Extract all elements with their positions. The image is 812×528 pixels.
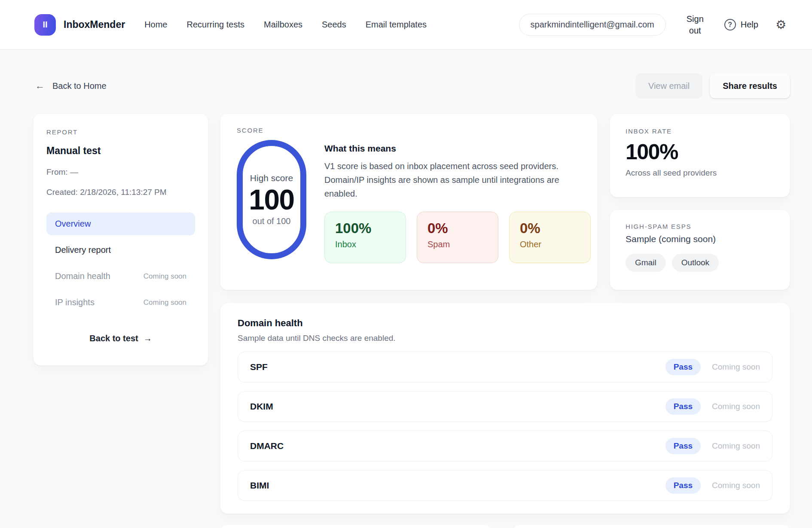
domain-health-row-dkim: DKIM Pass Coming soon bbox=[238, 391, 772, 422]
check-note: Coming soon bbox=[712, 441, 760, 451]
domain-health-title: Domain health bbox=[238, 318, 772, 329]
inbox-rate-card: INBOX RATE 100% Across all seed provider… bbox=[610, 113, 790, 197]
stat-label: Spam bbox=[427, 240, 488, 249]
stat-other: 0% Other bbox=[509, 212, 591, 263]
sidebar-item-label: Domain health bbox=[55, 271, 110, 281]
sidebar-item-delivery-report[interactable]: Delivery report bbox=[46, 239, 195, 261]
stat-inbox: 100% Inbox bbox=[324, 212, 406, 263]
placement-stats: 100% Inbox 0% Spam 0% Other bbox=[324, 212, 591, 263]
partial-card bbox=[513, 524, 790, 528]
header-right: sparkmindintelligent@gmail.com Sign out … bbox=[519, 13, 786, 36]
inbox-rate-value: 100% bbox=[626, 140, 774, 164]
brand-name: InboxMender bbox=[64, 19, 125, 30]
sidebar-item-badge: Coming soon bbox=[143, 298, 186, 307]
stat-value: 0% bbox=[427, 220, 488, 237]
check-status-group: Pass Coming soon bbox=[665, 398, 760, 415]
score-gauge-value: 100 bbox=[249, 185, 294, 215]
sign-out-button[interactable]: Sign out bbox=[683, 13, 707, 36]
back-to-home-link[interactable]: ← Back to Home bbox=[35, 80, 107, 91]
domain-health-card: Domain health Sample data until DNS chec… bbox=[220, 303, 790, 514]
report-panel: REPORT Manual test From: — Created: 2/18… bbox=[33, 113, 208, 366]
back-to-test-link[interactable]: Back to test → bbox=[46, 334, 195, 343]
share-results-button[interactable]: Share results bbox=[710, 73, 790, 98]
check-note: Coming soon bbox=[712, 481, 760, 490]
inbox-rate-caption: Across all seed providers bbox=[626, 168, 774, 178]
high-spam-kicker: HIGH-SPAM ESPS bbox=[626, 223, 774, 230]
sidebar-item-badge: Coming soon bbox=[143, 272, 186, 281]
domain-health-row-bimi: BIMI Pass Coming soon bbox=[238, 470, 772, 501]
app-header: II InboxMender Home Recurring tests Mail… bbox=[0, 0, 812, 50]
esp-chip-gmail: Gmail bbox=[626, 254, 666, 272]
arrow-right-icon: → bbox=[143, 334, 152, 343]
domain-health-subtitle: Sample data until DNS checks are enabled… bbox=[238, 334, 772, 343]
score-gauge: High score 100 out of 100 bbox=[237, 140, 306, 259]
score-gauge-label: High score bbox=[250, 173, 293, 183]
partial-cards-row bbox=[220, 524, 790, 528]
primary-nav: Home Recurring tests Mailboxes Seeds Ema… bbox=[144, 20, 427, 30]
score-card: SCORE High score 100 out of 100 What thi… bbox=[220, 113, 598, 290]
nav-item-seeds[interactable]: Seeds bbox=[322, 20, 346, 30]
nav-item-email-templates[interactable]: Email templates bbox=[366, 20, 427, 30]
back-to-home-label: Back to Home bbox=[52, 81, 107, 91]
sidebar-item-ip-insights[interactable]: IP insights Coming soon bbox=[46, 291, 195, 314]
nav-item-home[interactable]: Home bbox=[144, 20, 167, 30]
status-badge: Pass bbox=[665, 359, 701, 375]
sidebar-item-label: IP insights bbox=[55, 297, 95, 307]
score-explanation: What this means V1 score is based on inb… bbox=[324, 138, 591, 263]
report-title: Manual test bbox=[46, 145, 195, 157]
check-name: BIMI bbox=[250, 480, 269, 491]
sidebar-item-overview[interactable]: Overview bbox=[46, 212, 195, 235]
check-status-group: Pass Coming soon bbox=[665, 438, 760, 454]
domain-health-row-dmarc: DMARC Pass Coming soon bbox=[238, 431, 772, 461]
status-badge: Pass bbox=[665, 438, 701, 454]
check-name: DMARC bbox=[250, 441, 284, 451]
check-status-group: Pass Coming soon bbox=[665, 477, 760, 494]
check-note: Coming soon bbox=[712, 362, 760, 372]
status-badge: Pass bbox=[665, 477, 701, 494]
stat-label: Inbox bbox=[335, 240, 395, 249]
settings-button[interactable]: ⚙ bbox=[775, 19, 786, 31]
nav-item-recurring-tests[interactable]: Recurring tests bbox=[186, 20, 244, 30]
report-from: From: — bbox=[46, 167, 195, 177]
account-email-pill[interactable]: sparkmindintelligent@gmail.com bbox=[519, 14, 666, 36]
score-gauge-sub: out of 100 bbox=[253, 216, 291, 226]
inbox-rate-kicker: INBOX RATE bbox=[626, 127, 774, 135]
stat-value: 100% bbox=[335, 220, 395, 237]
toolbar-buttons: View email Share results bbox=[635, 73, 790, 98]
sidebar-item-label: Delivery report bbox=[55, 245, 111, 255]
check-name: DKIM bbox=[250, 401, 273, 412]
gear-icon: ⚙ bbox=[775, 18, 786, 31]
check-note: Coming soon bbox=[712, 402, 760, 411]
stat-spam: 0% Spam bbox=[417, 212, 498, 263]
sidebar-item-label: Overview bbox=[55, 219, 91, 229]
view-email-button[interactable]: View email bbox=[635, 73, 702, 98]
stat-label: Other bbox=[520, 240, 580, 249]
report-created: Created: 2/18/2026, 11:13:27 PM bbox=[46, 188, 195, 197]
help-button[interactable]: ? Help bbox=[724, 19, 758, 30]
sidebar-item-domain-health[interactable]: Domain health Coming soon bbox=[46, 265, 195, 288]
check-status-group: Pass Coming soon bbox=[665, 359, 760, 375]
back-to-test-label: Back to test bbox=[89, 334, 138, 343]
help-label: Help bbox=[741, 20, 758, 30]
esp-chip-outlook: Outlook bbox=[672, 254, 719, 272]
brand[interactable]: II InboxMender bbox=[34, 14, 125, 36]
explain-body: V1 score is based on inbox placement acr… bbox=[324, 159, 576, 200]
logo-monogram: II bbox=[43, 20, 47, 30]
top-cards-row: SCORE High score 100 out of 100 What thi… bbox=[220, 113, 790, 290]
high-spam-esps-card: HIGH-SPAM ESPS Sample (coming soon) Gmai… bbox=[610, 209, 790, 290]
explain-title: What this means bbox=[324, 143, 591, 154]
mini-cards-column: INBOX RATE 100% Across all seed provider… bbox=[610, 113, 790, 290]
nav-item-mailboxes[interactable]: Mailboxes bbox=[264, 20, 302, 30]
partial-card bbox=[220, 524, 492, 528]
arrow-left-icon: ← bbox=[35, 80, 45, 91]
app-logo-icon: II bbox=[34, 14, 56, 36]
report-kicker: REPORT bbox=[46, 128, 195, 136]
content-column: SCORE High score 100 out of 100 What thi… bbox=[220, 113, 790, 528]
esp-chips: Gmail Outlook bbox=[626, 254, 774, 272]
main-content: ← Back to Home View email Share results … bbox=[0, 73, 812, 528]
question-circle-icon: ? bbox=[724, 19, 736, 30]
high-spam-subtitle: Sample (coming soon) bbox=[626, 234, 774, 244]
score-kicker: SCORE bbox=[237, 127, 581, 134]
check-name: SPF bbox=[250, 362, 268, 372]
domain-health-row-spf: SPF Pass Coming soon bbox=[238, 352, 772, 382]
